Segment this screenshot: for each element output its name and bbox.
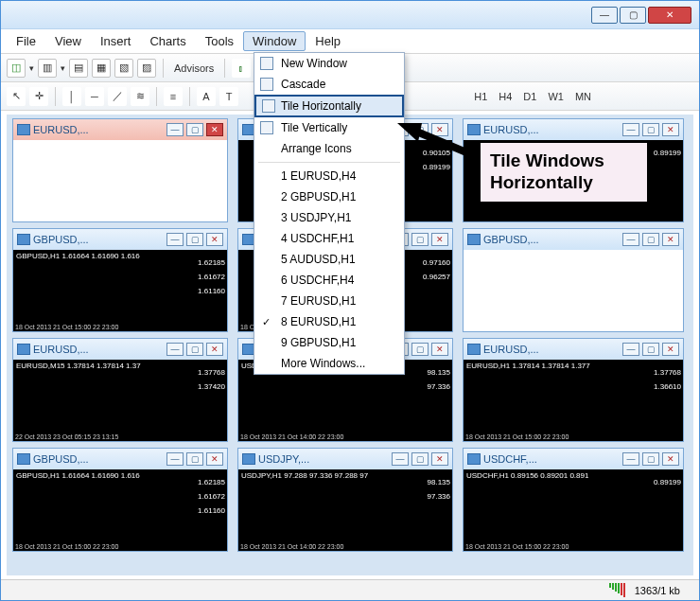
chart-max-button[interactable]: ▢ bbox=[186, 233, 203, 246]
tf-w1[interactable]: W1 bbox=[544, 91, 568, 102]
chart-body[interactable]: EURUSD,M15 1.37814 1.37814 1.371.377681.… bbox=[13, 360, 227, 441]
menu-win-3[interactable]: 3 USDJPY,H1 bbox=[254, 207, 404, 228]
chart-body[interactable]: EURUSD,H1 1.37814 1.37814 1.3771.377681.… bbox=[464, 360, 683, 441]
chart-window[interactable]: EURUSD,...—▢✕EURUSD,H1 bbox=[12, 118, 228, 222]
menu-win-6[interactable]: 6 USDCHF,H4 bbox=[254, 270, 404, 291]
chart-close-button[interactable]: ✕ bbox=[662, 343, 679, 356]
tf-mn[interactable]: MN bbox=[571, 91, 595, 102]
chart-max-button[interactable]: ▢ bbox=[186, 452, 203, 466]
toolbar-terminal-icon[interactable]: ▧ bbox=[114, 59, 133, 78]
chart-titlebar[interactable]: EURUSD,...—▢✕ bbox=[464, 119, 683, 140]
text-icon[interactable]: A bbox=[197, 87, 216, 106]
chart-window[interactable]: GBPUSD,...—▢✕GBPUSD,H1 1.61664 1.61690 1… bbox=[12, 228, 228, 332]
hline-icon[interactable]: ─ bbox=[85, 87, 104, 106]
menu-win-9[interactable]: 9 GBPUSD,H1 bbox=[254, 332, 404, 353]
menu-tools[interactable]: Tools bbox=[196, 31, 243, 51]
fibo-icon[interactable]: ≡ bbox=[164, 87, 183, 106]
menu-arrange-icons[interactable]: Arrange Icons bbox=[254, 138, 404, 159]
menu-win-8[interactable]: ✓8 EURUSD,H1 bbox=[254, 311, 404, 332]
menu-file[interactable]: File bbox=[7, 31, 45, 51]
chart-min-button[interactable]: — bbox=[392, 452, 409, 466]
chart-close-button[interactable]: ✕ bbox=[206, 123, 223, 136]
toolbar-advisors-label[interactable]: Advisors bbox=[170, 62, 218, 74]
chart-min-button[interactable]: — bbox=[622, 343, 639, 356]
chart-min-button[interactable]: — bbox=[622, 452, 639, 466]
menu-view[interactable]: View bbox=[45, 31, 91, 51]
chart-body[interactable]: GBPUSD,H1 1.61664 1.61690 1.6161.621851.… bbox=[13, 469, 227, 551]
chart-titlebar[interactable]: USDCHF,...—▢✕ bbox=[464, 449, 683, 469]
close-button[interactable]: ✕ bbox=[648, 7, 691, 24]
chart-max-button[interactable]: ▢ bbox=[411, 343, 429, 356]
chart-min-button[interactable]: — bbox=[166, 343, 184, 356]
tf-h1[interactable]: H1 bbox=[470, 91, 491, 102]
chart-titlebar[interactable]: GBPUSD,...—▢✕ bbox=[464, 229, 683, 250]
toolbar-bar-icon[interactable]: ⫾ bbox=[232, 59, 251, 78]
chart-max-button[interactable]: ▢ bbox=[411, 452, 429, 466]
chart-max-button[interactable]: ▢ bbox=[186, 343, 203, 356]
chart-max-button[interactable]: ▢ bbox=[642, 123, 659, 136]
menu-win-7[interactable]: 7 EURUSD,H1 bbox=[254, 291, 404, 311]
menu-win-1[interactable]: 1 EURUSD,H4 bbox=[254, 166, 404, 186]
chart-titlebar[interactable]: GBPUSD,...—▢✕ bbox=[13, 449, 227, 469]
chart-body[interactable]: USDJPY,H1 97.288 97.336 97.288 9798.1359… bbox=[238, 469, 452, 551]
chart-close-button[interactable]: ✕ bbox=[431, 233, 448, 246]
channel-icon[interactable]: ≋ bbox=[131, 87, 149, 106]
menu-insert[interactable]: Insert bbox=[91, 31, 141, 51]
chart-min-button[interactable]: — bbox=[622, 123, 639, 136]
menu-win-4[interactable]: 4 USDCHF,H1 bbox=[254, 228, 404, 249]
chart-close-button[interactable]: ✕ bbox=[662, 123, 679, 136]
toolbar-profiles-icon[interactable]: ▥ bbox=[38, 59, 57, 78]
chart-window[interactable]: EURUSD,...—▢✕EURUSD,M15 1.37814 1.37814 … bbox=[12, 338, 228, 442]
chart-window[interactable]: EURUSD,...—▢✕EURUSD,H1 1.37814 1.37814 1… bbox=[463, 338, 684, 442]
label-icon[interactable]: T bbox=[219, 87, 238, 106]
tf-d1[interactable]: D1 bbox=[519, 91, 540, 102]
menu-tile-vertically[interactable]: Tile Vertically bbox=[254, 117, 404, 138]
menu-new-window[interactable]: New Window bbox=[254, 53, 404, 74]
menu-tile-horizontally[interactable]: Tile Horizontally bbox=[254, 95, 404, 117]
chart-close-button[interactable]: ✕ bbox=[206, 452, 223, 466]
chart-max-button[interactable]: ▢ bbox=[186, 123, 203, 136]
menu-cascade[interactable]: Cascade bbox=[254, 74, 404, 95]
toolbar-nav-icon[interactable]: ▦ bbox=[92, 59, 111, 78]
chart-window[interactable]: USDJPY,...—▢✕USDJPY,H1 97.288 97.336 97.… bbox=[237, 448, 453, 552]
chart-min-button[interactable]: — bbox=[166, 452, 184, 466]
cursor-icon[interactable]: ↖ bbox=[7, 87, 26, 106]
chart-max-button[interactable]: ▢ bbox=[642, 343, 659, 356]
menu-charts[interactable]: Charts bbox=[140, 31, 195, 51]
chart-window[interactable]: GBPUSD,...—▢✕GBPUSD,H1 1.61664 1.61690 1… bbox=[12, 448, 228, 552]
chart-titlebar[interactable]: EURUSD,...—▢✕ bbox=[13, 339, 227, 360]
vline-icon[interactable]: │ bbox=[62, 87, 81, 106]
chart-max-button[interactable]: ▢ bbox=[642, 452, 659, 466]
toolbar-new-icon[interactable]: ◫ bbox=[7, 59, 26, 78]
chart-body[interactable]: USDCHF,H1 0.89156 0.89201 0.8910.8919918… bbox=[464, 469, 683, 551]
chart-body[interactable]: GBPUSD,H1 1.61664 1.61690 1.6161.621851.… bbox=[13, 250, 227, 331]
chart-min-button[interactable]: — bbox=[166, 123, 184, 136]
chart-body[interactable]: EURUSD,H1 bbox=[13, 140, 227, 221]
chart-min-button[interactable]: — bbox=[166, 233, 184, 246]
chart-max-button[interactable]: ▢ bbox=[411, 233, 429, 246]
chart-body[interactable] bbox=[464, 250, 683, 331]
chart-close-button[interactable]: ✕ bbox=[662, 452, 679, 466]
menu-window[interactable]: Window bbox=[243, 31, 306, 51]
chart-titlebar[interactable]: USDJPY,...—▢✕ bbox=[238, 449, 452, 469]
menu-win-2[interactable]: 2 GBPUSD,H1 bbox=[254, 186, 404, 207]
minimize-button[interactable]: — bbox=[591, 7, 618, 24]
menu-win-5[interactable]: 5 AUDUSD,H1 bbox=[254, 249, 404, 270]
chart-close-button[interactable]: ✕ bbox=[431, 452, 448, 466]
trend-icon[interactable]: ／ bbox=[108, 87, 127, 106]
chart-close-button[interactable]: ✕ bbox=[662, 233, 679, 246]
chart-window[interactable]: USDCHF,...—▢✕USDCHF,H1 0.89156 0.89201 0… bbox=[463, 448, 684, 552]
chart-close-button[interactable]: ✕ bbox=[206, 343, 223, 356]
chart-close-button[interactable]: ✕ bbox=[431, 343, 448, 356]
chart-titlebar[interactable]: GBPUSD,...—▢✕ bbox=[13, 229, 227, 250]
tf-h4[interactable]: H4 bbox=[495, 91, 516, 102]
crosshair-icon[interactable]: ✛ bbox=[29, 87, 48, 106]
chart-window[interactable]: GBPUSD,...—▢✕ bbox=[463, 228, 684, 332]
chart-max-button[interactable]: ▢ bbox=[642, 233, 659, 246]
menu-help[interactable]: Help bbox=[306, 31, 350, 51]
chart-min-button[interactable]: — bbox=[622, 233, 639, 246]
menu-more-windows[interactable]: More Windows... bbox=[254, 353, 404, 374]
toolbar-market-icon[interactable]: ▤ bbox=[69, 59, 88, 78]
chart-titlebar[interactable]: EURUSD,...—▢✕ bbox=[464, 339, 683, 360]
chart-close-button[interactable]: ✕ bbox=[206, 233, 223, 246]
